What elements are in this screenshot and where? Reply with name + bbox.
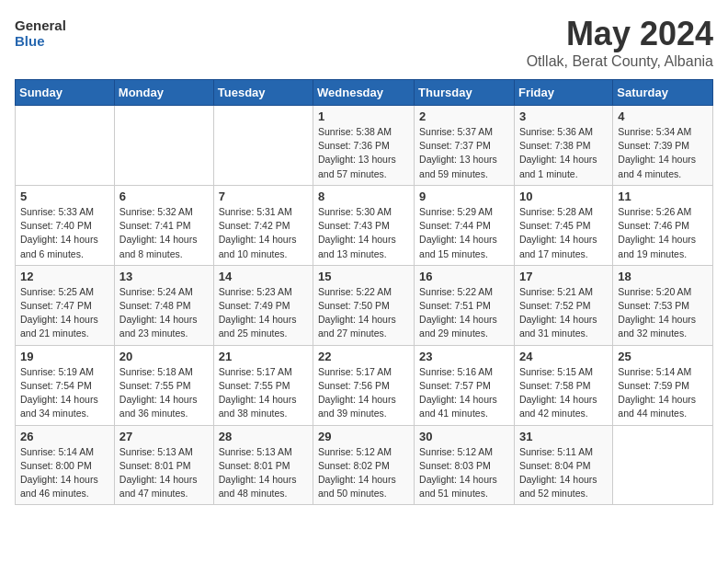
day-number: 14 xyxy=(219,270,308,283)
day-number: 15 xyxy=(318,270,409,283)
day-info: Sunrise: 5:30 AMSunset: 7:43 PMDaylight:… xyxy=(318,205,409,261)
day-info: Sunrise: 5:25 AMSunset: 7:47 PMDaylight:… xyxy=(20,285,109,341)
column-header-friday: Friday xyxy=(514,80,612,106)
day-info: Sunrise: 5:13 AMSunset: 8:01 PMDaylight:… xyxy=(219,445,308,501)
day-number: 17 xyxy=(519,270,608,283)
location: Otllak, Berat County, Albania xyxy=(527,53,713,70)
day-number: 26 xyxy=(20,430,109,443)
calendar-cell: 5Sunrise: 5:33 AMSunset: 7:40 PMDaylight… xyxy=(16,185,115,265)
day-number: 23 xyxy=(419,350,509,363)
day-info: Sunrise: 5:15 AMSunset: 7:58 PMDaylight:… xyxy=(519,365,608,421)
column-header-wednesday: Wednesday xyxy=(313,80,415,106)
week-row-2: 12Sunrise: 5:25 AMSunset: 7:47 PMDayligh… xyxy=(16,265,713,345)
day-info: Sunrise: 5:33 AMSunset: 7:40 PMDaylight:… xyxy=(20,205,109,261)
column-header-monday: Monday xyxy=(114,80,213,106)
day-number: 25 xyxy=(618,350,708,363)
day-number: 7 xyxy=(219,190,308,203)
week-row-4: 26Sunrise: 5:14 AMSunset: 8:00 PMDayligh… xyxy=(16,425,713,505)
calendar-cell: 23Sunrise: 5:16 AMSunset: 7:57 PMDayligh… xyxy=(415,345,515,425)
logo-general-text: General xyxy=(15,18,66,34)
day-info: Sunrise: 5:20 AMSunset: 7:53 PMDaylight:… xyxy=(618,285,708,341)
calendar-cell: 22Sunrise: 5:17 AMSunset: 7:56 PMDayligh… xyxy=(313,345,415,425)
calendar-cell: 11Sunrise: 5:26 AMSunset: 7:46 PMDayligh… xyxy=(613,185,713,265)
day-number: 5 xyxy=(20,190,109,203)
day-info: Sunrise: 5:16 AMSunset: 7:57 PMDaylight:… xyxy=(419,365,509,421)
calendar-cell: 9Sunrise: 5:29 AMSunset: 7:44 PMDaylight… xyxy=(415,185,515,265)
day-number: 11 xyxy=(618,190,708,203)
logo-blue-text: Blue xyxy=(15,34,66,50)
day-info: Sunrise: 5:11 AMSunset: 8:04 PMDaylight:… xyxy=(519,445,608,501)
day-info: Sunrise: 5:31 AMSunset: 7:42 PMDaylight:… xyxy=(219,205,308,261)
day-info: Sunrise: 5:29 AMSunset: 7:44 PMDaylight:… xyxy=(419,205,509,261)
day-number: 30 xyxy=(419,430,509,443)
day-number: 28 xyxy=(219,430,308,443)
day-info: Sunrise: 5:34 AMSunset: 7:39 PMDaylight:… xyxy=(618,125,708,181)
day-number: 31 xyxy=(519,430,608,443)
logo-wrap: General Blue xyxy=(15,18,66,49)
week-row-1: 5Sunrise: 5:33 AMSunset: 7:40 PMDaylight… xyxy=(16,185,713,265)
day-number: 19 xyxy=(20,350,109,363)
day-info: Sunrise: 5:24 AMSunset: 7:48 PMDaylight:… xyxy=(119,285,209,341)
calendar-cell: 7Sunrise: 5:31 AMSunset: 7:42 PMDaylight… xyxy=(213,185,313,265)
page-header: General Blue May 2024 Otllak, Berat Coun… xyxy=(15,15,713,70)
week-row-3: 19Sunrise: 5:19 AMSunset: 7:54 PMDayligh… xyxy=(16,345,713,425)
calendar-cell xyxy=(16,106,115,186)
day-info: Sunrise: 5:23 AMSunset: 7:49 PMDaylight:… xyxy=(219,285,308,341)
day-info: Sunrise: 5:12 AMSunset: 8:02 PMDaylight:… xyxy=(318,445,409,501)
day-info: Sunrise: 5:14 AMSunset: 7:59 PMDaylight:… xyxy=(618,365,708,421)
calendar-cell xyxy=(114,106,213,186)
day-info: Sunrise: 5:12 AMSunset: 8:03 PMDaylight:… xyxy=(419,445,509,501)
calendar-cell: 19Sunrise: 5:19 AMSunset: 7:54 PMDayligh… xyxy=(16,345,115,425)
calendar-cell: 28Sunrise: 5:13 AMSunset: 8:01 PMDayligh… xyxy=(213,425,313,505)
calendar-cell xyxy=(213,106,313,186)
day-info: Sunrise: 5:26 AMSunset: 7:46 PMDaylight:… xyxy=(618,205,708,261)
calendar-cell: 27Sunrise: 5:13 AMSunset: 8:01 PMDayligh… xyxy=(114,425,213,505)
calendar-cell: 21Sunrise: 5:17 AMSunset: 7:55 PMDayligh… xyxy=(213,345,313,425)
day-info: Sunrise: 5:36 AMSunset: 7:38 PMDaylight:… xyxy=(519,125,608,181)
day-info: Sunrise: 5:17 AMSunset: 7:55 PMDaylight:… xyxy=(219,365,308,421)
day-info: Sunrise: 5:38 AMSunset: 7:36 PMDaylight:… xyxy=(318,125,409,181)
calendar-cell: 1Sunrise: 5:38 AMSunset: 7:36 PMDaylight… xyxy=(313,106,415,186)
calendar-cell: 20Sunrise: 5:18 AMSunset: 7:55 PMDayligh… xyxy=(114,345,213,425)
header-row: SundayMondayTuesdayWednesdayThursdayFrid… xyxy=(16,80,713,106)
day-number: 1 xyxy=(318,109,409,123)
title-area: May 2024 Otllak, Berat County, Albania xyxy=(527,15,713,70)
day-number: 18 xyxy=(618,270,708,283)
calendar-cell: 6Sunrise: 5:32 AMSunset: 7:41 PMDaylight… xyxy=(114,185,213,265)
day-number: 4 xyxy=(618,109,708,123)
day-info: Sunrise: 5:32 AMSunset: 7:41 PMDaylight:… xyxy=(119,205,209,261)
calendar-header: SundayMondayTuesdayWednesdayThursdayFrid… xyxy=(16,80,713,106)
day-info: Sunrise: 5:22 AMSunset: 7:50 PMDaylight:… xyxy=(318,285,409,341)
calendar-cell: 24Sunrise: 5:15 AMSunset: 7:58 PMDayligh… xyxy=(514,345,612,425)
day-number: 13 xyxy=(119,270,209,283)
calendar-cell: 10Sunrise: 5:28 AMSunset: 7:45 PMDayligh… xyxy=(514,185,612,265)
column-header-sunday: Sunday xyxy=(16,80,115,106)
day-info: Sunrise: 5:14 AMSunset: 8:00 PMDaylight:… xyxy=(20,445,109,501)
calendar-cell xyxy=(613,425,713,505)
day-number: 27 xyxy=(119,430,209,443)
day-number: 22 xyxy=(318,350,409,363)
day-info: Sunrise: 5:13 AMSunset: 8:01 PMDaylight:… xyxy=(119,445,209,501)
day-number: 12 xyxy=(20,270,109,283)
logo: General Blue xyxy=(15,18,66,49)
calendar-cell: 15Sunrise: 5:22 AMSunset: 7:50 PMDayligh… xyxy=(313,265,415,345)
day-info: Sunrise: 5:18 AMSunset: 7:55 PMDaylight:… xyxy=(119,365,209,421)
calendar-cell: 4Sunrise: 5:34 AMSunset: 7:39 PMDaylight… xyxy=(613,106,713,186)
day-number: 2 xyxy=(419,109,509,123)
day-info: Sunrise: 5:28 AMSunset: 7:45 PMDaylight:… xyxy=(519,205,608,261)
day-number: 29 xyxy=(318,430,409,443)
day-number: 20 xyxy=(119,350,209,363)
calendar-cell: 3Sunrise: 5:36 AMSunset: 7:38 PMDaylight… xyxy=(514,106,612,186)
day-info: Sunrise: 5:19 AMSunset: 7:54 PMDaylight:… xyxy=(20,365,109,421)
column-header-thursday: Thursday xyxy=(415,80,515,106)
logo-text-block: General Blue xyxy=(15,18,66,49)
calendar-table: SundayMondayTuesdayWednesdayThursdayFrid… xyxy=(15,79,713,505)
day-number: 3 xyxy=(519,109,608,123)
calendar-cell: 2Sunrise: 5:37 AMSunset: 7:37 PMDaylight… xyxy=(415,106,515,186)
calendar-cell: 17Sunrise: 5:21 AMSunset: 7:52 PMDayligh… xyxy=(514,265,612,345)
month-title: May 2024 xyxy=(527,15,713,53)
calendar-cell: 26Sunrise: 5:14 AMSunset: 8:00 PMDayligh… xyxy=(16,425,115,505)
day-number: 10 xyxy=(519,190,608,203)
calendar-cell: 31Sunrise: 5:11 AMSunset: 8:04 PMDayligh… xyxy=(514,425,612,505)
column-header-tuesday: Tuesday xyxy=(213,80,313,106)
